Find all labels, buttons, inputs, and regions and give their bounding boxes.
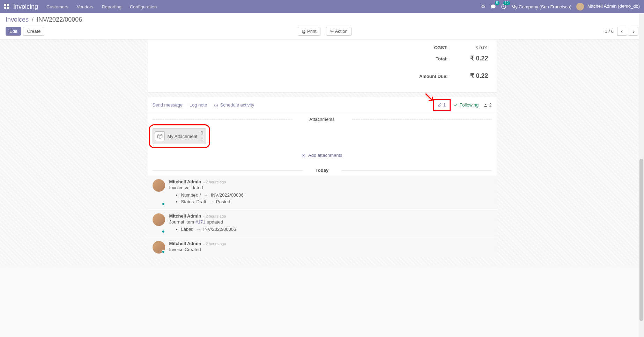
activities-badge: 12: [503, 1, 510, 5]
menu-customers[interactable]: Customers: [46, 4, 68, 9]
apps-icon[interactable]: [4, 4, 10, 9]
amount-due-value: ₹ 0.22: [460, 72, 488, 80]
breadcrumb-root[interactable]: Invoices: [6, 16, 29, 23]
message-timestamp: - 2 hours ago: [203, 180, 226, 184]
pager-prev-button[interactable]: [617, 27, 627, 36]
svg-point-4: [331, 31, 332, 32]
attachment-count: 1: [443, 102, 446, 108]
messaging-badge: 5: [495, 1, 500, 5]
file-icon: [155, 131, 165, 141]
message-change-item: Number: / → INV/2022/00006: [181, 192, 492, 198]
print-label: Print: [307, 29, 317, 34]
clock-icon: [214, 102, 220, 108]
debug-icon[interactable]: [481, 4, 486, 9]
message-item: Mitchell Admin - 2 hours ago Journal Ite…: [148, 210, 497, 237]
main-area: CGST: ₹ 0.01 Total: ₹ 0.22 Amount Due: ₹…: [0, 39, 644, 266]
menu-configuration[interactable]: Configuration: [130, 4, 157, 9]
cgst-label: CGST:: [434, 45, 448, 50]
breadcrumb: Invoices / INV/2022/00006: [6, 16, 638, 23]
message-timestamp: - 2 hours ago: [203, 214, 226, 218]
svg-point-6: [485, 104, 486, 105]
total-value: ₹ 0.22: [460, 54, 488, 62]
add-attachments-label: Add attachments: [308, 153, 342, 158]
message-timestamp: - 2 hours ago: [203, 242, 226, 246]
message-change-item: Label: → INV/2022/00006: [181, 227, 492, 232]
log-note-link[interactable]: Log note: [190, 102, 207, 108]
scrollbar-thumb[interactable]: [639, 159, 643, 266]
user-name: Mitchell Admin (demo_db): [587, 3, 640, 9]
message-line: Journal Item #171 updated: [169, 219, 492, 225]
attachment-name: My Attachment: [168, 134, 198, 139]
attachment-count-button[interactable]: 1: [435, 101, 449, 109]
download-attachment-icon[interactable]: [200, 137, 204, 142]
message-item: Mitchell Admin - 2 hours ago Invoice Cre…: [148, 237, 497, 257]
followers-button[interactable]: 2: [483, 102, 491, 108]
pager-count[interactable]: 1 / 6: [605, 29, 614, 34]
message-line: Invoice validated: [169, 185, 492, 190]
message-author[interactable]: Mitchell Admin: [169, 241, 201, 246]
status-online-icon: [162, 250, 165, 254]
edit-button[interactable]: Edit: [6, 27, 21, 36]
send-message-link[interactable]: Send message: [153, 102, 183, 108]
main-menu: Customers Vendors Reporting Configuratio…: [46, 4, 157, 9]
message-item: Mitchell Admin - 2 hours ago Invoice val…: [148, 176, 497, 209]
breadcrumb-current: INV/2022/00006: [37, 16, 82, 23]
plus-icon: [302, 153, 307, 158]
action-label: Action: [335, 29, 348, 34]
action-button[interactable]: Action: [326, 27, 351, 36]
avatar-icon: [153, 179, 165, 192]
message-change-item: Status: Draft → Posted: [181, 199, 492, 204]
status-online-icon: [162, 202, 165, 206]
delete-attachment-icon[interactable]: [200, 131, 204, 136]
arrow-right-icon: →: [196, 227, 201, 232]
attachment-chip[interactable]: My Attachment: [153, 128, 207, 144]
cgst-value: ₹ 0.01: [460, 45, 488, 50]
user-menu[interactable]: Mitchell Admin (demo_db): [576, 3, 640, 10]
arrow-right-icon: →: [203, 192, 208, 198]
top-nav: Invoicing Customers Vendors Reporting Co…: [0, 0, 644, 13]
followers-count-value: 2: [489, 102, 491, 108]
schedule-activity-link[interactable]: Schedule activity: [214, 102, 254, 108]
avatar-icon: [153, 213, 165, 226]
pager-next-button[interactable]: [629, 27, 638, 36]
message-author[interactable]: Mitchell Admin: [169, 179, 201, 184]
menu-vendors[interactable]: Vendors: [77, 4, 94, 9]
following-label: Following: [459, 102, 479, 108]
company-switcher[interactable]: My Company (San Francisco): [511, 4, 571, 9]
menu-reporting[interactable]: Reporting: [102, 4, 121, 9]
message-line: Invoice Created: [169, 247, 492, 252]
schedule-activity-label: Schedule activity: [220, 102, 254, 108]
status-online-icon: [162, 230, 165, 233]
message-author[interactable]: Mitchell Admin: [169, 213, 201, 219]
avatar-icon: [576, 3, 584, 10]
print-button[interactable]: Print: [298, 27, 320, 36]
attachments-section-label: Attachments: [148, 113, 497, 125]
add-attachments-link[interactable]: Add attachments: [302, 153, 342, 158]
today-divider: Today: [148, 165, 497, 176]
app-brand[interactable]: Invoicing: [13, 3, 38, 10]
scrollbar-track[interactable]: [639, 13, 644, 266]
messaging-icon[interactable]: 5: [490, 4, 496, 10]
journal-item-link[interactable]: #171: [195, 219, 206, 225]
arrow-right-icon: →: [209, 199, 213, 204]
create-button[interactable]: Create: [23, 27, 44, 36]
activities-icon[interactable]: 12: [501, 4, 506, 10]
chatter: Send message Log note Schedule activity: [148, 97, 497, 257]
following-button[interactable]: Following: [454, 102, 479, 108]
total-label: Total:: [436, 56, 447, 61]
control-panel: Invoices / INV/2022/00006 Edit Create Pr…: [0, 13, 644, 39]
amount-due-label: Amount Due:: [419, 74, 448, 79]
annotation-arrow: [425, 93, 434, 102]
form-sheet: CGST: ₹ 0.01 Total: ₹ 0.22 Amount Due: ₹…: [148, 39, 497, 92]
